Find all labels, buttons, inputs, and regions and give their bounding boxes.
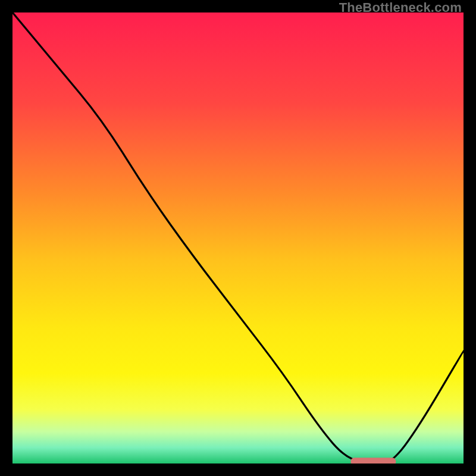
watermark-text: TheBottleneck.com (339, 0, 462, 15)
optimal-zone-marker (351, 458, 396, 464)
plot-area (12, 12, 464, 464)
chart-frame (11, 11, 465, 465)
bottleneck-curve (12, 12, 464, 464)
